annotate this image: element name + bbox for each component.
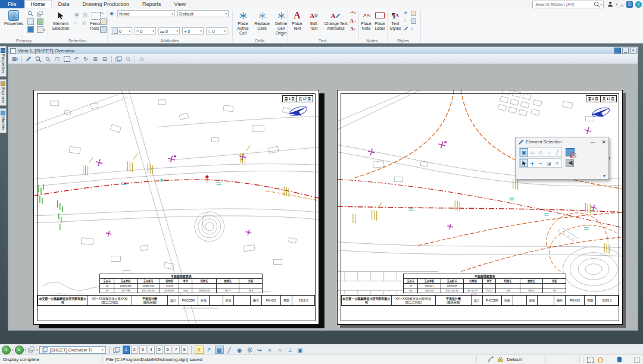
- view-toggle-1[interactable]: 1: [123, 346, 130, 354]
- tab-view[interactable]: View: [168, 0, 192, 8]
- place-text-button[interactable]: A PlaceText: [289, 10, 305, 31]
- dialog-minimize-icon[interactable]: —: [590, 139, 595, 145]
- select-none-icon[interactable]: ○: [74, 20, 77, 26]
- fit-view-icon[interactable]: [63, 55, 71, 63]
- help-icon[interactable]: ?: [635, 1, 642, 8]
- forward-caret[interactable]: ▾: [25, 348, 27, 352]
- design-home-icon[interactable]: [597, 356, 604, 363]
- view-toggle-4[interactable]: 4: [148, 346, 155, 354]
- models-icon[interactable]: [37, 18, 43, 25]
- view-minimize-icon[interactable]: ▁: [622, 48, 629, 54]
- mode-new-icon[interactable]: [520, 159, 528, 167]
- delete-element-icon[interactable]: ×: [266, 346, 274, 354]
- copy-fence-icon[interactable]: [100, 18, 107, 25]
- style-more-icon[interactable]: ⌂: [411, 26, 413, 30]
- mode-add-icon[interactable]: ＋: [528, 159, 536, 167]
- text-tools-icon[interactable]: A✦: [350, 18, 357, 24]
- method-shape-icon[interactable]: ◇: [536, 148, 545, 156]
- drawing-canvas[interactable]: 第 1 页共 17 页 平面曲线要素表 交点号交点坐标交点桩号转角值半径切线长曲…: [8, 64, 638, 330]
- view-toggle-6[interactable]: 6: [164, 346, 171, 354]
- window-icon[interactable]: [27, 26, 34, 33]
- line-styles-icon[interactable]: ≡: [404, 18, 406, 23]
- view-toggle-2[interactable]: 2: [131, 346, 138, 354]
- database-status-icon[interactable]: [616, 356, 623, 363]
- place-note-button[interactable]: ↗A PlaceNote: [360, 10, 373, 31]
- cut-icon[interactable]: ✂: [100, 11, 104, 16]
- change-text-attributes-button[interactable]: A Change TextAttributes: [323, 10, 349, 31]
- method-block-icon[interactable]: ▭: [528, 148, 536, 156]
- tab-file[interactable]: File: [0, 0, 24, 8]
- view-next-icon[interactable]: ⊟: [101, 55, 109, 63]
- dialog-titlebar[interactable]: Element Selection — ✕: [516, 137, 608, 146]
- tab-home[interactable]: Home: [24, 0, 52, 8]
- new-selection-icon[interactable]: [566, 148, 575, 156]
- rotate-view-icon[interactable]: ↶: [72, 55, 80, 63]
- replace-cells-button[interactable]: ReplaceCells: [253, 10, 271, 31]
- update-view-icon[interactable]: [24, 55, 33, 63]
- zoom-tool-icon[interactable]: [27, 11, 33, 17]
- properties-button[interactable]: ⓘ Properties: [3, 10, 24, 26]
- mode-subtract-icon[interactable]: −: [536, 159, 545, 167]
- dialog-expand-caret[interactable]: ▼: [603, 174, 606, 178]
- locks-icon[interactable]: [497, 356, 504, 363]
- dimension-styles-icon[interactable]: ❖: [404, 11, 407, 15]
- view-next-button[interactable]: ›: [15, 346, 24, 354]
- dialog-close-icon[interactable]: ✕: [601, 139, 606, 145]
- active-style-combo[interactable]: Default▾: [177, 10, 229, 17]
- view-pin-icon[interactable]: [614, 48, 621, 54]
- element-selection-button[interactable]: Element Selection: [50, 10, 71, 31]
- user-icon[interactable]: [607, 1, 613, 7]
- view-toggle-5[interactable]: 5: [156, 346, 163, 354]
- search-input[interactable]: [534, 1, 594, 8]
- view-previous-button[interactable]: ‹: [2, 346, 11, 354]
- sidebar-tab-explorer[interactable]: Explorer: [0, 79, 7, 106]
- tab-reports[interactable]: Reports: [136, 0, 168, 8]
- perpendicular-icon[interactable]: ⊥: [286, 346, 295, 354]
- method-circle-icon[interactable]: ○: [545, 148, 553, 156]
- place-line-icon[interactable]: ╱: [225, 346, 234, 354]
- place-label-button[interactable]: PlaceLabel: [373, 10, 387, 31]
- active-level-combo[interactable]: None▾: [117, 10, 175, 17]
- fence-status-icon[interactable]: [586, 356, 594, 363]
- zoom-in-icon[interactable]: [34, 55, 42, 63]
- element-selection-dialog[interactable]: Element Selection — ✕ ▣ ▭ ◇ ○ ╱ ＋ −: [515, 137, 609, 180]
- select-previous-icon[interactable]: ◎: [82, 20, 86, 26]
- tab-drawing-production[interactable]: Drawing Production: [76, 0, 136, 8]
- select-all-icon[interactable]: [74, 12, 80, 18]
- connect-icon[interactable]: ◫: [626, 1, 633, 8]
- line-style-combo[interactable]: ≡ 0▾: [135, 27, 156, 34]
- view-previous-icon[interactable]: ⊞: [91, 55, 99, 63]
- view-toggle-3[interactable]: 3: [139, 346, 146, 354]
- layers-icon[interactable]: [37, 11, 43, 17]
- modify-curve-icon[interactable]: ↪: [255, 346, 264, 354]
- stack-caret[interactable]: ▾: [36, 348, 38, 352]
- collapse-ribbon-icon[interactable]: ︿: [620, 1, 624, 7]
- text-styles-button[interactable]: ¶A TextStyles: [388, 10, 402, 31]
- pattern-tool-icon[interactable]: ▦: [215, 346, 224, 354]
- mode-invert-icon[interactable]: ◪: [545, 159, 553, 167]
- view-windows-icon[interactable]: [113, 346, 121, 354]
- place-arc-icon[interactable]: ∩: [276, 346, 285, 354]
- edit-text-button[interactable]: AB EditText: [306, 10, 322, 31]
- tab-data[interactable]: Data: [52, 0, 76, 8]
- clip-volume-icon[interactable]: ◇: [138, 55, 146, 63]
- transparency-combo[interactable]: ◺ 0▾: [206, 27, 227, 34]
- zoom-out-icon[interactable]: [43, 55, 52, 63]
- view-close-icon[interactable]: ✕: [630, 48, 636, 54]
- place-smartline-icon[interactable]: ↱: [205, 346, 214, 354]
- sidebar-tab-properties[interactable]: Properties: [0, 46, 7, 77]
- sidebar-tab-models[interactable]: Models: [0, 108, 7, 133]
- color-combo[interactable]: ● 0▾: [182, 27, 204, 34]
- active-level-indicator[interactable]: Default: [507, 357, 542, 362]
- more-text-icon[interactable]: A▾: [350, 26, 355, 32]
- method-line-icon[interactable]: ╱: [553, 148, 561, 156]
- method-individual-icon[interactable]: ▣: [520, 148, 528, 156]
- fence-tool-icon[interactable]: ▣: [296, 346, 305, 354]
- view-display-mode-icon[interactable]: [124, 55, 132, 63]
- paste-icon[interactable]: [27, 18, 34, 25]
- edit-style-icon[interactable]: [404, 26, 408, 31]
- ribbon-search[interactable]: ▾: [532, 1, 604, 8]
- cell-styles-icon[interactable]: [411, 18, 416, 24]
- grid-icon[interactable]: ▾: [37, 26, 45, 33]
- spell-check-icon[interactable]: ᴬᴮ✓: [350, 11, 357, 15]
